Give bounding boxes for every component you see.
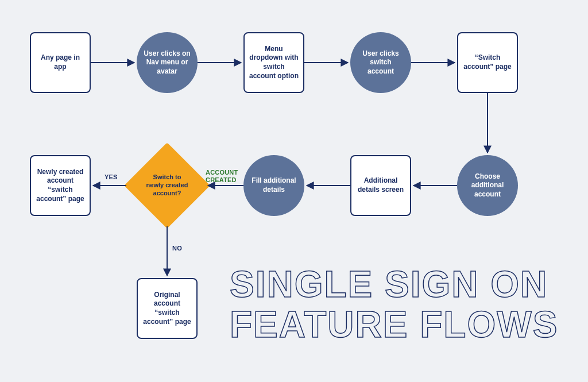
node-label: Fill additional details	[249, 176, 299, 194]
node-label: User clicks switch account	[356, 49, 405, 76]
flow-node-choose-additional: Choose additional account	[457, 155, 518, 216]
flow-node-click-switch: User clicks switch account	[350, 32, 411, 93]
edge-label-account-created: ACCOUNT CREATED	[206, 169, 246, 183]
flow-node-decision-switch: Switch to newly created account?	[137, 155, 198, 216]
flow-node-fill-details: Fill additional details	[243, 155, 304, 216]
node-label: Newly created account “switch account” p…	[36, 168, 85, 203]
flow-node-new-account-switch-page: Newly created account “switch account” p…	[30, 155, 91, 216]
flow-node-additional-details-screen: Additional details screen	[350, 155, 411, 216]
node-label: Any page in app	[36, 53, 85, 71]
node-label: Original account “switch account” page	[142, 291, 192, 326]
diagram-title: SINGLE SIGN ON FEATURE FLOWS	[230, 264, 574, 345]
flow-node-any-page: Any page in app	[30, 32, 91, 93]
node-label: Additional details screen	[356, 176, 405, 194]
node-label: User clicks on Nav menu or avatar	[142, 49, 192, 76]
flow-node-menu-dropdown: Menu dropdown with switch account option	[243, 32, 304, 93]
flow-node-click-nav: User clicks on Nav menu or avatar	[137, 32, 198, 93]
node-label: Menu dropdown with switch account option	[249, 45, 299, 80]
node-label: “Switch account” page	[463, 53, 512, 71]
edge-label-yes: YES	[105, 173, 118, 180]
flow-node-original-account-switch-page: Original account “switch account” page	[137, 278, 198, 339]
node-label: Switch to newly created account?	[137, 155, 198, 216]
node-label: Choose additional account	[463, 172, 512, 199]
flow-node-switch-page: “Switch account” page	[457, 32, 518, 93]
edge-label-no: NO	[172, 245, 182, 252]
